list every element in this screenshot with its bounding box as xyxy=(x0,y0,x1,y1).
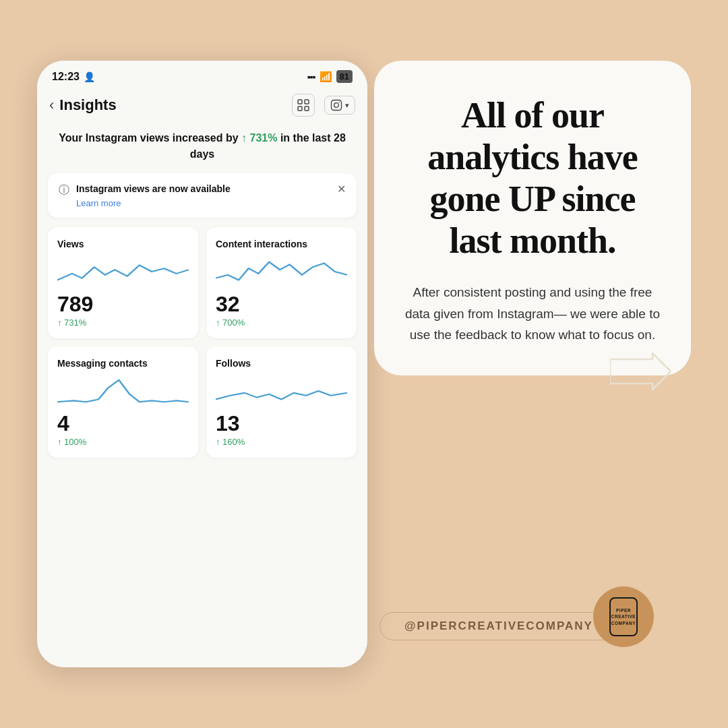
close-icon[interactable]: ✕ xyxy=(337,183,346,195)
views-chart xyxy=(57,255,189,288)
insights-title: Insights xyxy=(59,96,116,114)
insights-header: ‹ Insights xyxy=(37,88,367,123)
views-label: Views xyxy=(57,238,189,250)
handle-pill: @PIPERCREATIVECOMPANY xyxy=(380,612,618,640)
messaging-label: Messaging contacts xyxy=(57,357,189,369)
insights-back[interactable]: ‹ Insights xyxy=(49,96,117,114)
back-arrow-icon[interactable]: ‹ xyxy=(49,96,54,114)
stats-headline: Your Instagram views increased by ↑ 731%… xyxy=(37,123,367,173)
views-change: ↑ 731% xyxy=(57,317,189,328)
messaging-chart xyxy=(57,375,189,407)
logo-phone-icon: PIPER CREATIVE COMPANY xyxy=(609,597,638,636)
metrics-grid: Views 789 ↑ 731% Content interactions 32 xyxy=(37,227,367,458)
svg-point-5 xyxy=(334,103,339,108)
dropdown-arrow: ▾ xyxy=(345,101,349,110)
logo-text: PIPER CREATIVE COMPANY xyxy=(611,607,636,626)
wifi-icon: 📶 xyxy=(320,71,332,83)
svg-point-6 xyxy=(338,102,340,103)
svg-rect-4 xyxy=(332,100,342,111)
svg-rect-3 xyxy=(305,107,309,111)
follows-card: Follows 13 ↑ 160% xyxy=(206,346,357,458)
quote-card: All of our analytics have gone UP since … xyxy=(374,61,691,375)
status-time: 12:23 👤 xyxy=(52,71,95,83)
time-display: 12:23 xyxy=(52,71,80,83)
follows-change: ↑ 160% xyxy=(216,437,347,447)
views-card: Views 789 ↑ 731% xyxy=(48,227,198,338)
quote-body: After consistent posting and using the f… xyxy=(401,282,664,345)
phone-mockup: 12:23 👤 ▪▪▪ 📶 81 ‹ Insights xyxy=(37,61,367,667)
learn-more-link[interactable]: Learn more xyxy=(76,198,231,208)
arrow-icon xyxy=(610,351,671,392)
battery-icon: 81 xyxy=(336,70,353,83)
grid-icon-button[interactable] xyxy=(292,94,315,117)
messaging-value: 4 xyxy=(57,413,189,434)
content-value: 32 xyxy=(216,293,347,315)
svg-rect-0 xyxy=(298,100,302,104)
svg-marker-7 xyxy=(610,353,671,390)
logo-circle: PIPER CREATIVE COMPANY xyxy=(593,586,654,647)
notif-title: Instagram views are now available xyxy=(76,183,231,194)
arrow-container xyxy=(610,351,671,394)
info-icon: ⓘ xyxy=(59,183,69,198)
insights-icons: ▾ xyxy=(292,94,355,117)
messaging-contacts-card: Messaging contacts 4 ↑ 100% xyxy=(48,346,198,458)
content-label: Content interactions xyxy=(216,238,347,250)
svg-rect-2 xyxy=(298,107,302,111)
percent-value: ↑ 731% xyxy=(241,132,277,144)
content-change: ↑ 700% xyxy=(216,317,347,328)
svg-rect-1 xyxy=(305,100,309,104)
follows-chart xyxy=(216,375,347,407)
bottom-handle-area: @PIPERCREATIVECOMPANY xyxy=(374,612,624,640)
notif-content: ⓘ Instagram views are now available Lear… xyxy=(59,183,231,208)
instagram-selector[interactable]: ▾ xyxy=(324,96,355,115)
status-bar: 12:23 👤 ▪▪▪ 📶 81 xyxy=(37,61,367,88)
follows-value: 13 xyxy=(216,413,347,434)
user-icon: 👤 xyxy=(84,71,95,82)
headline-text: Your Instagram views increased by ↑ 731%… xyxy=(59,132,346,160)
canvas: 12:23 👤 ▪▪▪ 📶 81 ‹ Insights xyxy=(0,0,728,728)
content-interactions-card: Content interactions 32 ↑ 700% xyxy=(206,227,357,338)
quote-title: All of our analytics have gone UP since … xyxy=(401,94,664,262)
notification-banner: ⓘ Instagram views are now available Lear… xyxy=(48,173,357,218)
content-chart xyxy=(216,255,347,288)
right-panel: All of our analytics have gone UP since … xyxy=(374,61,691,667)
status-icons: ▪▪▪ 📶 81 xyxy=(307,70,353,83)
messaging-change: ↑ 100% xyxy=(57,437,189,447)
follows-label: Follows xyxy=(216,357,347,369)
notif-text-group: Instagram views are now available Learn … xyxy=(76,183,231,208)
signal-icon: ▪▪▪ xyxy=(307,71,315,82)
views-value: 789 xyxy=(57,293,189,315)
